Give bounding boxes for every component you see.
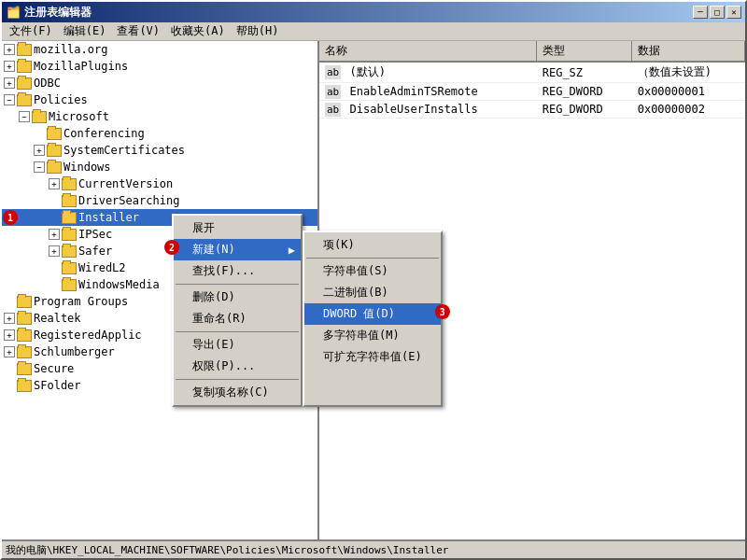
tree-label-mozilla: mozilla.org xyxy=(34,43,107,56)
folder-icon-registeredapplic xyxy=(17,329,32,342)
maximize-button[interactable]: □ xyxy=(710,6,725,19)
tree-label-schlumberger: Schlumberger xyxy=(34,345,115,358)
cm-export[interactable]: 导出(E) xyxy=(174,334,301,356)
tree-label-windowsmedia: WindowsMedia xyxy=(78,278,160,291)
cm-copyname[interactable]: 复制项名称(C) xyxy=(174,382,301,403)
cm-expand[interactable]: 展开 xyxy=(174,217,301,239)
tree-label-installer: Installer xyxy=(78,211,139,224)
folder-icon-schlumberger xyxy=(17,345,32,358)
expander-systemcerts[interactable]: + xyxy=(34,145,45,156)
cm-separator-2 xyxy=(176,331,299,332)
cm-permissions[interactable]: 权限(P)... xyxy=(174,356,301,377)
tree-item-driversearching[interactable]: DriverSearching xyxy=(2,192,317,209)
tree-label-currentversion: CurrentVersion xyxy=(78,177,173,190)
expander-mozillaplugins[interactable]: + xyxy=(4,61,15,72)
menu-help[interactable]: 帮助(H) xyxy=(231,22,285,40)
context-menu-container: 展开 2 新建(N) ▶ 查找(F)... 删除(D) xyxy=(172,214,443,407)
sm-multistring[interactable]: 多字符串值(M) xyxy=(304,325,441,346)
reg-type: REG_SZ xyxy=(537,62,632,83)
tree-item-mozillaplugins[interactable]: + MozillaPlugins xyxy=(2,58,317,75)
expander-microsoft[interactable]: − xyxy=(19,111,30,122)
titlebar-left: 🗂️ 注册表编辑器 xyxy=(6,5,92,21)
expander-ipsec[interactable]: + xyxy=(49,229,60,240)
sm-key[interactable]: 项(K) xyxy=(304,234,441,256)
tree-item-systemcerts[interactable]: + SystemCertificates xyxy=(2,142,317,159)
folder-icon-installer xyxy=(62,211,77,224)
expander-registeredapplic[interactable]: + xyxy=(4,329,15,341)
tree-label-safer: Safer xyxy=(78,245,112,258)
reg-data: （数值未设置) xyxy=(632,62,745,83)
reg-type: REG_DWORD xyxy=(537,83,632,101)
window-title: 注册表编辑器 xyxy=(24,5,92,21)
folder-icon-currentversion xyxy=(62,177,77,190)
tree-label-ipsec: IPSec xyxy=(78,228,112,241)
cm-find[interactable]: 查找(F)... xyxy=(174,260,301,282)
expander-currentversion[interactable]: + xyxy=(49,178,60,189)
folder-icon-driversearching xyxy=(62,194,77,207)
tree-label-registeredapplic: RegisteredApplic xyxy=(34,329,142,342)
folder-icon-mozilla xyxy=(17,43,32,56)
main-content: + mozilla.org + MozillaPlugins + ODBC xyxy=(2,41,745,539)
menubar: 文件(F) 编辑(E) 查看(V) 收藏夹(A) 帮助(H) xyxy=(2,22,745,41)
tree-label-driversearching: DriverSearching xyxy=(78,194,179,207)
tree-item-mozilla[interactable]: + mozilla.org xyxy=(2,41,317,58)
tree-label-wiredl2: WiredL2 xyxy=(78,261,126,274)
reg-name: ab DisableUserInstalls xyxy=(319,101,537,119)
menu-file[interactable]: 文件(F) xyxy=(4,22,58,40)
folder-icon-windowsmedia xyxy=(62,278,77,291)
tree-item-policies[interactable]: − Policies xyxy=(2,91,317,108)
close-button[interactable]: ✕ xyxy=(726,6,741,19)
statusbar-text: 我的电脑\HKEY_LOCAL_MACHINE\SOFTWARE\Policie… xyxy=(6,543,448,557)
tree-item-odbc[interactable]: + ODBC xyxy=(2,75,317,91)
folder-icon-programgroups xyxy=(17,295,32,308)
expander-windows[interactable]: − xyxy=(34,161,45,173)
tree-item-windows[interactable]: − Windows xyxy=(2,159,317,175)
badge-3: 3 xyxy=(435,304,450,319)
expander-realtek[interactable]: + xyxy=(4,313,15,324)
cm-new[interactable]: 新建(N) ▶ xyxy=(174,239,301,260)
minimize-button[interactable]: ─ xyxy=(693,6,708,19)
tree-label-sfolder: SFolder xyxy=(34,379,81,392)
tree-label-policies: Policies xyxy=(34,93,88,106)
menu-edit[interactable]: 编辑(E) xyxy=(58,22,112,40)
sm-dword[interactable]: DWORD 值(D) xyxy=(304,303,441,325)
folder-icon-sfolder xyxy=(17,379,32,392)
reg-type: REG_DWORD xyxy=(537,101,632,119)
table-row[interactable]: ab DisableUserInstalls REG_DWORD 0x00000… xyxy=(319,101,745,119)
menu-favorites[interactable]: 收藏夹(A) xyxy=(165,22,231,40)
badge-2: 2 xyxy=(164,240,179,255)
tree-item-conferencing[interactable]: Conferencing xyxy=(2,125,317,142)
folder-icon-policies xyxy=(17,93,32,106)
cm-rename[interactable]: 重命名(R) xyxy=(174,308,301,329)
tree-label-windows: Windows xyxy=(63,161,111,174)
expander-policies[interactable]: − xyxy=(4,94,15,105)
folder-icon-realtek xyxy=(17,312,32,325)
folder-icon-odbc xyxy=(17,77,32,90)
expander-mozilla[interactable]: + xyxy=(4,44,15,55)
titlebar-buttons: ─ □ ✕ xyxy=(693,6,741,19)
tree-item-currentversion[interactable]: + CurrentVersion xyxy=(2,175,317,192)
table-row[interactable]: ab EnableAdminTSRemote REG_DWORD 0x00000… xyxy=(319,83,745,101)
statusbar: 我的电脑\HKEY_LOCAL_MACHINE\SOFTWARE\Policie… xyxy=(2,539,745,558)
sm-expandstring[interactable]: 可扩充字符串值(E) xyxy=(304,346,441,368)
sm-binary[interactable]: 二进制值(B) xyxy=(304,282,441,303)
tree-label-odbc: ODBC xyxy=(34,77,61,90)
tree-item-microsoft[interactable]: − Microsoft xyxy=(2,108,317,125)
tree-label-mozillaplugins: MozillaPlugins xyxy=(34,60,128,73)
expander-schlumberger[interactable]: + xyxy=(4,346,15,357)
titlebar: 🗂️ 注册表编辑器 ─ □ ✕ xyxy=(2,2,745,22)
folder-icon-secure xyxy=(17,362,32,375)
reg-data: 0x00000001 xyxy=(632,83,745,101)
badge-1: 1 xyxy=(3,210,18,225)
app-icon: 🗂️ xyxy=(6,5,21,20)
menu-view[interactable]: 查看(V) xyxy=(111,22,165,40)
cm-delete[interactable]: 删除(D) xyxy=(174,287,301,308)
table-row[interactable]: ab (默认) REG_SZ （数值未设置) xyxy=(319,62,745,83)
sm-string[interactable]: 字符串值(S) xyxy=(304,260,441,282)
folder-icon-safer xyxy=(62,245,77,258)
tree-label-systemcerts: SystemCertificates xyxy=(63,144,185,157)
submenu-arrow: ▶ xyxy=(289,244,295,257)
expander-safer[interactable]: + xyxy=(49,245,60,257)
col-data: 数据 xyxy=(632,41,745,62)
expander-odbc[interactable]: + xyxy=(4,77,15,89)
